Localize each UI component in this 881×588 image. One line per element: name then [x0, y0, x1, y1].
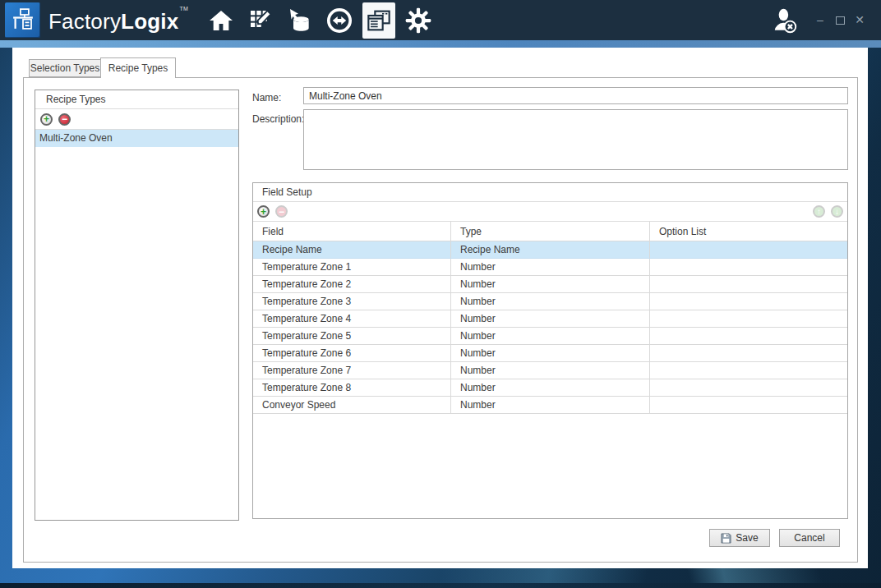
main-nav	[201, 0, 438, 40]
worksheets-edit-icon[interactable]	[244, 2, 277, 39]
table-cell: Number	[451, 362, 650, 379]
brand-part2: Logix	[121, 9, 178, 34]
remove-recipe-type-button[interactable]: −	[58, 113, 71, 126]
accent-strip	[0, 40, 881, 48]
table-cell: Number	[451, 259, 650, 275]
table-row[interactable]: Temperature Zone 5Number	[253, 328, 847, 345]
column-header-type[interactable]: Type	[451, 222, 650, 241]
save-button[interactable]: Save	[709, 529, 770, 547]
cancel-button[interactable]: Cancel	[779, 529, 840, 547]
name-label: Name:	[252, 92, 281, 103]
minimize-button[interactable]: –	[810, 0, 830, 40]
workstation-desk-icon	[11, 7, 35, 34]
list-item[interactable]: Multi-Zone Oven	[35, 130, 238, 147]
table-cell: Temperature Zone 5	[253, 328, 451, 344]
brand-part1: Factory	[48, 9, 121, 34]
recipe-type-list: Multi-Zone Oven	[35, 130, 238, 147]
table-cell: Temperature Zone 4	[253, 310, 451, 327]
user-signout-icon[interactable]	[773, 7, 797, 34]
field-setup-panel: Field Setup + − ↑ ↓ Field Type Option Li…	[252, 182, 848, 519]
data-import-icon[interactable]	[284, 2, 316, 39]
client-area: Selection Types Recipe Types Recipe Type…	[12, 48, 868, 568]
table-cell	[650, 310, 847, 327]
recipe-types-toolbar: + −	[35, 109, 238, 130]
table-row[interactable]: Temperature Zone 2Number	[253, 276, 847, 293]
documents-icon[interactable]	[362, 2, 395, 39]
add-recipe-type-button[interactable]: +	[40, 113, 53, 126]
sync-icon[interactable]	[323, 2, 356, 39]
app-window: FactoryLogixTM	[0, 0, 881, 588]
table-row[interactable]: Conveyor SpeedNumber	[253, 397, 847, 414]
table-cell: Temperature Zone 6	[253, 345, 451, 361]
table-cell	[650, 241, 847, 258]
table-cell: Temperature Zone 2	[253, 276, 451, 292]
field-setup-toolbar: + − ↑ ↓	[253, 202, 847, 222]
recipe-types-tabpage: Recipe Types + − Multi-Zone Oven Name: D…	[23, 77, 858, 563]
table-cell: Number	[451, 293, 650, 310]
table-cell: Number	[451, 310, 650, 327]
table-cell: Number	[451, 276, 650, 292]
table-row[interactable]: Temperature Zone 4Number	[253, 310, 847, 328]
table-row[interactable]: Temperature Zone 1Number	[253, 259, 847, 276]
field-table-body: Recipe NameRecipe NameTemperature Zone 1…	[253, 241, 847, 414]
table-row[interactable]: Temperature Zone 6Number	[253, 345, 847, 362]
description-input[interactable]	[303, 109, 848, 170]
table-cell	[650, 362, 847, 379]
recipe-types-panel: Recipe Types + − Multi-Zone Oven	[35, 90, 239, 521]
column-header-option-list[interactable]: Option List	[650, 222, 847, 241]
table-cell	[650, 259, 847, 275]
table-row[interactable]: Temperature Zone 3Number	[253, 293, 847, 310]
table-row[interactable]: Temperature Zone 8Number	[253, 379, 847, 397]
table-cell: Number	[451, 379, 650, 396]
table-row[interactable]: Recipe NameRecipe Name	[253, 241, 847, 259]
field-setup-title: Field Setup	[253, 183, 847, 202]
tab-recipe-types[interactable]: Recipe Types	[100, 57, 176, 78]
table-cell: Temperature Zone 8	[253, 379, 451, 396]
table-cell: Recipe Name	[253, 241, 451, 258]
table-cell: Recipe Name	[451, 241, 650, 258]
table-cell	[650, 293, 847, 310]
table-cell: Temperature Zone 7	[253, 362, 451, 379]
remove-field-button[interactable]: −	[275, 205, 288, 218]
recipe-types-panel-title: Recipe Types	[35, 90, 238, 109]
floppy-disk-icon	[721, 533, 731, 544]
move-field-up-button[interactable]: ↑	[813, 205, 825, 218]
cancel-button-label: Cancel	[794, 532, 824, 544]
column-header-field[interactable]: Field	[253, 222, 451, 241]
table-cell: Number	[451, 328, 650, 344]
table-cell: Conveyor Speed	[253, 397, 451, 413]
field-table-header: Field Type Option List	[253, 222, 847, 241]
table-cell: Temperature Zone 1	[253, 259, 451, 275]
table-row[interactable]: Temperature Zone 7Number	[253, 362, 847, 379]
description-label: Description:	[252, 113, 304, 125]
brand-logotype: FactoryLogixTM	[48, 6, 188, 34]
table-cell: Temperature Zone 3	[253, 293, 451, 310]
table-cell	[650, 328, 847, 344]
table-cell	[650, 345, 847, 361]
save-button-label: Save	[736, 532, 758, 544]
move-field-down-button[interactable]: ↓	[831, 205, 843, 218]
app-logo	[5, 2, 40, 38]
table-cell: Number	[451, 345, 650, 361]
titlebar: FactoryLogixTM	[0, 0, 881, 40]
home-icon[interactable]	[205, 2, 238, 39]
settings-gear-icon[interactable]	[402, 2, 435, 39]
table-cell	[650, 379, 847, 396]
table-cell	[650, 397, 847, 413]
table-cell	[650, 276, 847, 292]
table-cell: Number	[451, 397, 650, 413]
titlebar-right: – ✕	[773, 0, 869, 41]
tab-selection-types[interactable]: Selection Types	[29, 59, 101, 77]
maximize-button[interactable]	[830, 0, 850, 41]
name-input[interactable]	[303, 87, 848, 104]
brand-trademark: TM	[179, 6, 188, 11]
add-field-button[interactable]: +	[257, 205, 270, 218]
maximize-icon	[836, 16, 845, 25]
close-button[interactable]: ✕	[850, 0, 869, 40]
